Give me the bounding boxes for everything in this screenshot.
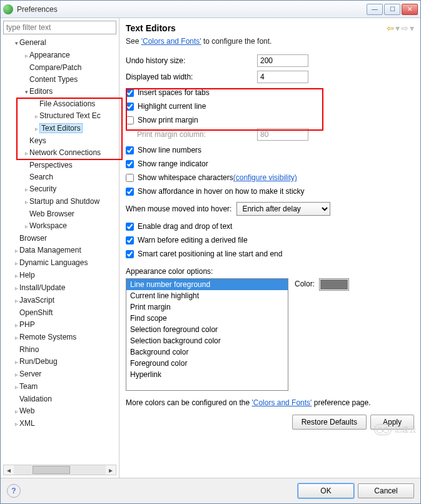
- forward-icon[interactable]: ⇨: [401, 23, 408, 33]
- tree-rundebug[interactable]: ▹Run/Debug: [12, 356, 116, 368]
- restore-defaults-button[interactable]: Restore Defaults: [292, 415, 367, 430]
- color-swatch-button[interactable]: [319, 278, 349, 291]
- more-colors-text: More colors can be configured on the 'Co…: [126, 398, 414, 407]
- apply-button[interactable]: Apply: [370, 415, 414, 430]
- list-item[interactable]: Current line highlight: [126, 290, 288, 301]
- list-item[interactable]: Foreground color: [126, 358, 288, 369]
- tree-javascript[interactable]: ▹JavaScript: [12, 295, 116, 307]
- tree-xml[interactable]: ▹XML: [12, 418, 116, 430]
- tree-web[interactable]: ▹Web: [12, 405, 116, 418]
- tree-security[interactable]: ▹Security: [22, 183, 115, 196]
- tree-compare[interactable]: Compare/Patch: [22, 62, 115, 74]
- colors-fonts-link-2[interactable]: 'Colors and Fonts': [251, 398, 312, 407]
- hover-label: When mouse moved into hover:: [126, 204, 231, 213]
- dnd-checkbox[interactable]: [126, 223, 134, 231]
- preferences-window: Preferences — ☐ ✕ ▾General ▹Appearance C…: [0, 0, 421, 504]
- tree-team[interactable]: ▹Team: [12, 381, 116, 393]
- caret-checkbox[interactable]: [126, 250, 134, 258]
- minimize-button[interactable]: —: [367, 4, 383, 15]
- tree-appearance[interactable]: ▹Appearance: [22, 49, 115, 62]
- tree-perspectives[interactable]: Perspectives: [22, 159, 115, 171]
- tree-help[interactable]: ▹Help: [12, 270, 116, 282]
- tree-server[interactable]: ▹Server: [12, 368, 116, 381]
- warn-checkbox[interactable]: [126, 236, 134, 244]
- printmargin-checkbox[interactable]: [126, 116, 134, 124]
- list-item[interactable]: Selection foreground color: [126, 324, 288, 335]
- color-listbox[interactable]: Line number foreground Current line high…: [126, 278, 288, 391]
- list-item[interactable]: Find scope: [126, 313, 288, 324]
- tree-startup[interactable]: ▹Startup and Shutdow: [22, 196, 115, 208]
- back-icon[interactable]: ⇦: [387, 23, 394, 33]
- linenum-checkbox[interactable]: [126, 146, 134, 154]
- tree-structured[interactable]: ▹Structured Text Ec: [32, 110, 114, 123]
- ok-button[interactable]: OK: [298, 483, 354, 498]
- list-item[interactable]: Print margin: [126, 301, 288, 313]
- tree-rhino[interactable]: Rhino: [12, 344, 116, 356]
- tree-browser[interactable]: Browser: [12, 233, 116, 244]
- undo-input[interactable]: [257, 54, 308, 67]
- color-button-label: Color:: [295, 280, 315, 288]
- tree-editors[interactable]: ▾Editors File Associations ▹Structured T…: [22, 86, 115, 135]
- tree-keys[interactable]: Keys: [22, 135, 115, 147]
- tree-texteditors[interactable]: ▹Text Editors: [32, 123, 114, 135]
- scroll-left-icon[interactable]: ◂: [4, 466, 14, 475]
- list-item[interactable]: Hyperlink: [126, 369, 288, 380]
- highlight-checkbox[interactable]: [126, 103, 134, 111]
- titlebar[interactable]: Preferences — ☐ ✕: [1, 1, 420, 18]
- color-options-label: Appearance color options:: [126, 267, 414, 276]
- nav-arrows: ⇦▾ ⇨▾: [387, 23, 414, 33]
- configure-visibility-link[interactable]: (configure visibility): [233, 173, 297, 182]
- tree-search[interactable]: Search: [22, 171, 115, 183]
- printcol-input: [257, 128, 308, 141]
- tree-contenttypes[interactable]: Content Types: [22, 74, 115, 86]
- tree-install[interactable]: ▹Install/Update: [12, 282, 116, 295]
- tree-datamgmt[interactable]: ▹Data Management: [12, 244, 116, 257]
- tree-network[interactable]: ▹Network Connections: [22, 147, 115, 159]
- printcol-label: Print margin column:: [126, 130, 257, 139]
- window-title: Preferences: [17, 5, 367, 14]
- app-icon: [3, 4, 13, 14]
- main-panel: Text Editors ⇦▾ ⇨▾ See 'Colors and Fonts…: [119, 18, 420, 478]
- list-item[interactable]: Selection background color: [126, 335, 288, 346]
- tabwidth-input[interactable]: [257, 71, 308, 83]
- nav-tree[interactable]: ▾General ▹Appearance Compare/Patch Conte…: [3, 37, 116, 465]
- intro-text: See 'Colors and Fonts' to configure the …: [126, 37, 414, 46]
- whitespace-checkbox[interactable]: [126, 174, 134, 182]
- tree-webbrowser[interactable]: Web Browser: [22, 208, 115, 220]
- maximize-button[interactable]: ☐: [384, 4, 400, 15]
- undo-label: Undo history size:: [126, 56, 257, 65]
- cancel-button[interactable]: Cancel: [358, 483, 414, 498]
- list-item[interactable]: Background color: [126, 346, 288, 358]
- hover-combo[interactable]: Enrich after delay: [236, 202, 330, 216]
- tabwidth-label: Displayed tab width:: [126, 73, 257, 81]
- affordance-checkbox[interactable]: [126, 188, 134, 196]
- tree-fileassoc[interactable]: File Associations: [32, 98, 114, 110]
- colors-fonts-link[interactable]: 'Colors and Fonts': [141, 37, 201, 46]
- tree-remote[interactable]: ▹Remote Systems: [12, 331, 116, 344]
- tree-dynlang[interactable]: ▹Dynamic Languages: [12, 257, 116, 270]
- sidebar-hscrollbar[interactable]: ◂ ▸: [3, 465, 116, 475]
- scroll-thumb[interactable]: [33, 466, 70, 474]
- tree-validation[interactable]: Validation: [12, 393, 116, 405]
- list-item[interactable]: Line number foreground: [126, 279, 288, 290]
- tree-php[interactable]: ▹PHP: [12, 319, 116, 331]
- close-button[interactable]: ✕: [402, 4, 418, 15]
- range-checkbox[interactable]: [126, 160, 134, 168]
- tree-openshift[interactable]: OpenShift: [12, 307, 116, 319]
- filter-input[interactable]: [3, 21, 116, 34]
- page-title: Text Editors: [126, 23, 387, 33]
- tree-general[interactable]: ▾General ▹Appearance Compare/Patch Conte…: [12, 37, 116, 233]
- help-button[interactable]: ?: [7, 484, 21, 498]
- sidebar: ▾General ▹Appearance Compare/Patch Conte…: [1, 18, 119, 478]
- footer: ? OK Cancel: [1, 478, 420, 503]
- scroll-right-icon[interactable]: ▸: [106, 466, 116, 475]
- spaces-checkbox[interactable]: [126, 89, 134, 97]
- tree-workspace[interactable]: ▹Workspace: [22, 220, 115, 233]
